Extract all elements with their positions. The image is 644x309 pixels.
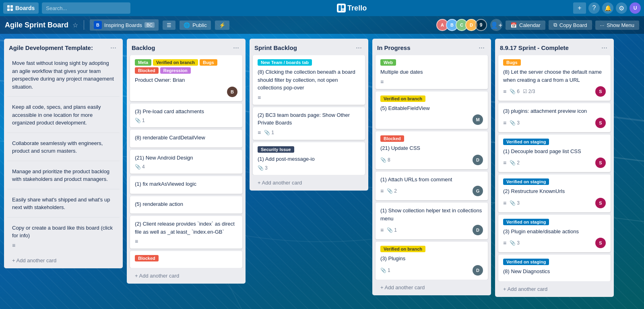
column-title-backlog: Backlog <box>132 44 155 51</box>
card-avatar[interactable]: D <box>473 155 483 165</box>
column-menu-sprint-complete[interactable]: ··· <box>600 43 609 53</box>
column-menu-agile-dev-template[interactable]: ··· <box>109 43 118 53</box>
desc-badge: ≡ <box>503 120 506 126</box>
workspace-button[interactable]: B Inspiring Boards BC <box>90 19 159 31</box>
card-agile-dev-template-2[interactable]: Collaborate seamlessly with engineers, p… <box>7 135 120 161</box>
card-footer-in-progress-5: 📎1D <box>380 265 483 276</box>
card-badges-sprint-complete-1: ≡📎3 <box>503 120 520 126</box>
card-backlog-3[interactable]: (21) New Android Design📎4 <box>130 150 242 174</box>
desc-icon: ≡ <box>503 240 506 246</box>
add-card-in-progress[interactable]: + Add another card <box>376 281 488 294</box>
powerups-button[interactable]: ⚡ <box>215 21 229 30</box>
desc-badge: ≡ <box>12 242 15 249</box>
copy-board-button[interactable]: ⧉ Copy Board <box>549 20 592 30</box>
card-avatar[interactable]: B <box>227 87 237 97</box>
card-agile-dev-template-4[interactable]: Easily share what's shipped and what's u… <box>7 192 120 218</box>
desc-icon: ≡ <box>380 79 384 85</box>
calendar-button[interactable]: 📅 Calendar <box>506 21 545 30</box>
card-sprint-complete-5[interactable]: Verified on staging(8) New Diagnostics <box>498 255 611 281</box>
card-avatar[interactable]: S <box>595 238 606 248</box>
search-input[interactable] <box>42 2 130 14</box>
column-in-progress: In Progress···WebMultiple due dates≡Veri… <box>372 39 491 295</box>
card-avatar[interactable]: D <box>473 225 483 235</box>
card-sprint-backlog-1[interactable]: (2) BC3 team boards page: Show Other Pri… <box>253 107 365 140</box>
card-in-progress-3[interactable]: (1) Attach URLs from comment≡📎2G <box>376 172 488 201</box>
column-menu-in-progress[interactable]: ··· <box>477 43 486 53</box>
card-avatar[interactable]: G <box>473 186 483 196</box>
card-agile-dev-template-5[interactable]: Copy or create a board like this board (… <box>7 220 120 253</box>
card-avatar[interactable]: S <box>595 158 606 168</box>
settings-button[interactable]: ⚙ <box>616 2 627 14</box>
card-text-agile-dev-template-4: Easily share what's shipped and what's u… <box>12 196 115 212</box>
label-3: Blocked <box>135 67 159 74</box>
card-sprint-complete-0[interactable]: Bugs(8) Let the server choose the defaul… <box>498 55 611 101</box>
card-backlog-6[interactable]: (2) Client release provides `index` as d… <box>130 216 242 249</box>
boards-button[interactable]: Boards <box>3 2 39 14</box>
card-agile-dev-template-0[interactable]: Move fast without losing sight by adopti… <box>7 55 120 97</box>
card-backlog-5[interactable]: (5) renderable action <box>130 196 242 214</box>
desc-icon: ≡ <box>503 160 506 166</box>
column-cards-agile-dev-template: Move fast without losing sight by adopti… <box>4 55 123 253</box>
card-footer-sprint-complete-3: ≡📎3S <box>503 198 606 208</box>
card-avatar[interactable]: S <box>595 86 606 97</box>
card-backlog-2[interactable]: (8) renderable CardDetailView <box>130 130 242 147</box>
card-sprint-backlog-0[interactable]: New Team / boards tab(8) Clicking the co… <box>253 55 365 105</box>
desc-badge: ≡ <box>258 129 261 136</box>
card-text-in-progress-0: Multiple due dates <box>380 68 483 76</box>
card-backlog-7[interactable]: Blocked <box>130 251 242 268</box>
card-text-in-progress-5: (3) Plugins <box>380 255 483 263</box>
card-sprint-complete-3[interactable]: Verified on staging(2) Restructure Known… <box>498 174 611 212</box>
column-menu-backlog[interactable]: ··· <box>231 43 241 53</box>
card-agile-dev-template-3[interactable]: Manage and prioritize the product backlo… <box>7 164 120 189</box>
card-in-progress-1[interactable]: Verified on branch(5) EditableFieldViewM <box>376 91 488 129</box>
add-card-agile-dev-template[interactable]: + Add another card <box>7 254 120 267</box>
trello-logo-text: Trello <box>347 4 367 12</box>
card-sprint-complete-2[interactable]: Verified on staging(1) Decouple board pa… <box>498 135 611 172</box>
card-badges-in-progress-5: 📎1 <box>380 268 390 273</box>
card-backlog-1[interactable]: (3) Pre-load card attachments📎1 <box>130 104 242 128</box>
card-avatar[interactable]: S <box>595 198 606 208</box>
show-menu-button[interactable]: ··· Show Menu <box>595 21 640 30</box>
desc-badge: ≡ <box>380 227 384 233</box>
paperclip-icon: 📎 <box>510 89 516 94</box>
card-avatar[interactable]: D <box>473 265 483 276</box>
help-button[interactable]: ? <box>588 2 600 14</box>
card-badges-sprint-complete-0: ≡📎6☑2/3 <box>503 88 535 95</box>
label-0: Verified on staging <box>503 259 549 265</box>
notifications-button[interactable]: 🔔 <box>602 2 613 14</box>
card-in-progress-0[interactable]: WebMultiple due dates≡ <box>376 55 488 89</box>
card-text-backlog-6: (2) Client release provides `index` as d… <box>135 220 237 236</box>
add-card-backlog[interactable]: + Add another card <box>130 270 242 282</box>
member-count[interactable]: 9 <box>475 19 487 31</box>
paperclip-icon: 📎 <box>387 227 393 233</box>
visibility-button[interactable]: 🌐 Public <box>180 21 211 30</box>
desc-badge: ≡ <box>503 200 506 206</box>
user-avatar[interactable]: U <box>630 2 641 14</box>
card-labels-backlog-7: Blocked <box>135 255 237 261</box>
card-text-backlog-5: (5) renderable action <box>135 200 237 208</box>
card-avatar[interactable]: M <box>473 114 483 125</box>
card-backlog-4[interactable]: (1) fix markAsViewed logic <box>130 176 242 194</box>
menu-lines-button[interactable]: ☰ <box>163 21 175 30</box>
add-card-sprint-backlog[interactable]: + Add another card <box>253 176 365 189</box>
card-sprint-backlog-2[interactable]: Security Issue(1) Add post-message-io📎3 <box>253 142 365 175</box>
card-in-progress-4[interactable]: (1) Show collection helper text in colle… <box>376 203 488 239</box>
card-agile-dev-template-1[interactable]: Keep all code, specs, and plans easily a… <box>7 99 120 133</box>
card-in-progress-5[interactable]: Verified on branch(3) Plugins📎1D <box>376 242 488 280</box>
star-icon[interactable]: ☆ <box>72 21 78 29</box>
add-card-sprint-complete[interactable]: + Add another card <box>498 283 611 295</box>
card-backlog-0[interactable]: MetaVerified on branchBugsBlockedRegress… <box>130 55 242 101</box>
card-sprint-complete-4[interactable]: Verified on staging(3) Plugin enable/dis… <box>498 215 611 253</box>
add-button[interactable]: + <box>573 2 586 14</box>
add-member-button[interactable]: 👤+ <box>490 19 502 31</box>
card-avatar[interactable]: S <box>595 118 606 128</box>
attach-count: 8 <box>388 157 390 163</box>
card-sprint-complete-1[interactable]: (3) plugins: attachment preview icon≡📎3S <box>498 103 611 132</box>
card-in-progress-2[interactable]: Blocked(21) Update CSS📎8D <box>376 131 488 169</box>
label-0: Blocked <box>135 255 159 261</box>
label-0: Web <box>380 59 396 66</box>
attach-badge: 📎2 <box>387 188 397 194</box>
card-footer-sprint-complete-4: ≡📎3S <box>503 238 606 248</box>
column-menu-sprint-backlog[interactable]: ··· <box>354 43 363 53</box>
attach-badge: 📎3 <box>510 200 520 206</box>
